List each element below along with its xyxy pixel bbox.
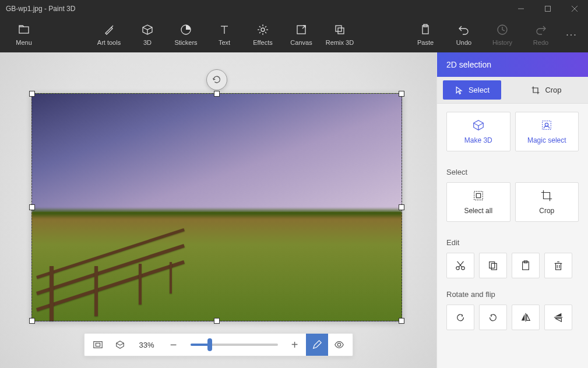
svg-line-15 <box>259 26 260 27</box>
svg-point-29 <box>337 343 340 346</box>
paste-icon <box>420 24 431 36</box>
svg-rect-40 <box>490 262 495 268</box>
ribbon-label: Stickers <box>174 39 197 46</box>
more-button[interactable]: ··· <box>560 30 583 40</box>
tab-select[interactable]: Select <box>443 80 501 100</box>
view-mode-button[interactable] <box>328 334 350 356</box>
svg-point-10 <box>261 28 265 31</box>
tab-label: Select <box>469 86 490 94</box>
svg-marker-28 <box>116 341 124 349</box>
button-label: Crop <box>539 207 554 215</box>
actions-section: Make 3D Magic select <box>437 104 588 160</box>
resize-handle-nw[interactable] <box>29 91 35 97</box>
close-button[interactable] <box>561 0 588 17</box>
ribbon-label: Art tools <box>97 39 121 46</box>
sidepanel-header: 2D selection <box>437 52 588 77</box>
window-title: GB-wp1.jpg - Paint 3D <box>0 5 508 13</box>
history-button[interactable]: History <box>483 17 522 52</box>
paste-icon <box>520 260 531 271</box>
stickers-button[interactable]: Stickers <box>167 17 205 52</box>
ribbon-label: 3D <box>143 39 152 46</box>
svg-rect-4 <box>19 27 29 33</box>
svg-rect-44 <box>556 263 561 270</box>
text-button[interactable]: Text <box>205 17 244 52</box>
select-section: Select Select all Crop <box>437 160 588 230</box>
undo-icon <box>458 24 470 36</box>
zoom-in-button[interactable]: + <box>284 334 306 356</box>
canvas-workspace[interactable]: 33% − + <box>0 52 436 368</box>
folder-icon <box>18 24 30 36</box>
maximize-button[interactable] <box>534 0 561 17</box>
3d-view-button[interactable] <box>109 334 131 356</box>
trash-icon <box>553 260 564 271</box>
effects-button[interactable]: Effects <box>244 17 282 52</box>
remix-3d-button[interactable]: Remix 3D <box>321 17 359 52</box>
svg-marker-49 <box>522 314 524 321</box>
crop-icon <box>540 189 553 202</box>
zoom-out-button[interactable]: − <box>163 334 185 356</box>
effects-icon <box>257 24 269 36</box>
canvas-selection[interactable] <box>31 93 402 321</box>
cube-icon <box>142 24 153 36</box>
svg-line-17 <box>265 26 266 27</box>
edit-mode-button[interactable] <box>306 334 328 356</box>
copy-button[interactable] <box>479 253 507 278</box>
button-label: Select all <box>464 207 492 215</box>
svg-rect-1 <box>545 6 551 12</box>
resize-handle-ne[interactable] <box>399 91 404 97</box>
cut-button[interactable] <box>446 253 474 278</box>
magic-select-icon <box>540 119 553 132</box>
ribbon-label: Remix 3D <box>326 39 354 46</box>
select-all-button[interactable]: Select all <box>446 182 510 222</box>
ribbon-label: Undo <box>456 39 471 46</box>
side-panel: 2D selection Select Crop Make 3D Magic s… <box>436 52 588 368</box>
resize-handle-e[interactable] <box>399 204 404 210</box>
rotate-left-button[interactable] <box>446 305 474 330</box>
rotate-right-button[interactable] <box>479 305 507 330</box>
cube-icon <box>472 119 485 132</box>
svg-rect-41 <box>491 263 497 270</box>
svg-line-16 <box>265 32 266 33</box>
rotate-flip-section: Rotate and flip <box>437 282 588 334</box>
title-bar: GB-wp1.jpg - Paint 3D <box>0 0 588 17</box>
flip-vertical-button[interactable] <box>544 305 572 330</box>
flip-h-icon <box>520 312 531 323</box>
ribbon-label: Effects <box>253 39 272 46</box>
select-all-icon <box>472 189 485 202</box>
rotate-left-icon <box>455 312 466 323</box>
ribbon-label: Redo <box>533 39 548 46</box>
cut-icon <box>455 260 466 271</box>
svg-rect-26 <box>93 342 101 348</box>
redo-button[interactable]: Redo <box>522 17 560 52</box>
resize-handle-n[interactable] <box>214 91 220 97</box>
section-label: Edit <box>446 238 579 247</box>
resize-handle-se[interactable] <box>399 318 404 324</box>
flip-horizontal-button[interactable] <box>512 305 540 330</box>
resize-handle-w[interactable] <box>29 204 35 210</box>
undo-button[interactable]: Undo <box>445 17 483 52</box>
rotate-handle[interactable] <box>206 69 227 90</box>
resize-handle-sw[interactable] <box>29 318 35 324</box>
art-tools-button[interactable]: Art tools <box>90 17 128 52</box>
make-3d-button[interactable]: Make 3D <box>446 112 510 151</box>
ribbon-label: Menu <box>16 39 32 46</box>
crop-button[interactable]: Crop <box>515 182 579 222</box>
3d-button[interactable]: 3D <box>128 17 167 52</box>
delete-button[interactable] <box>544 253 572 278</box>
svg-marker-53 <box>555 319 562 321</box>
paste-panel-button[interactable] <box>512 253 540 278</box>
ribbon-label: History <box>492 39 512 46</box>
zoom-slider-thumb[interactable] <box>207 338 212 351</box>
paste-button[interactable]: Paste <box>406 17 445 52</box>
tab-crop[interactable]: Crop <box>505 77 588 103</box>
fit-screen-button[interactable] <box>87 334 109 356</box>
zoom-slider[interactable] <box>191 344 278 346</box>
tab-label: Crop <box>545 86 561 94</box>
magic-select-button[interactable]: Magic select <box>515 112 579 151</box>
resize-handle-s[interactable] <box>214 318 220 324</box>
section-label: Rotate and flip <box>446 290 579 299</box>
menu-button[interactable]: Menu <box>5 17 43 52</box>
canvas-button[interactable]: Canvas <box>282 17 321 52</box>
minimize-button[interactable] <box>508 0 534 17</box>
svg-marker-50 <box>527 314 530 321</box>
